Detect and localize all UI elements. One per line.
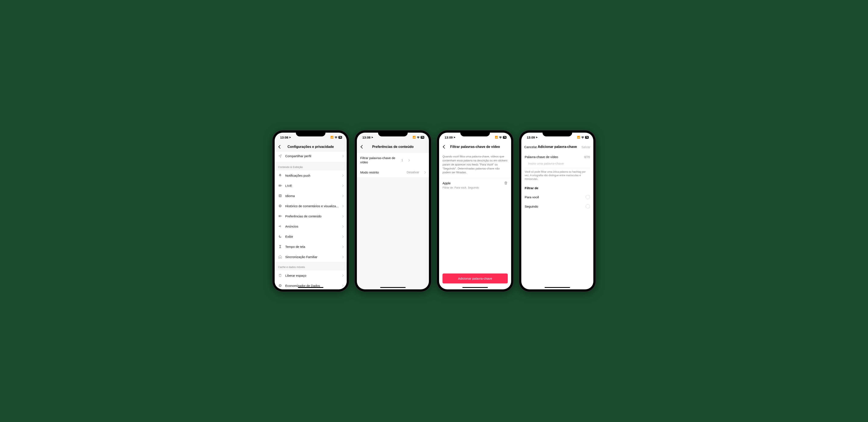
notch [378,130,408,136]
list-label: Preferências de conteúdo [285,215,339,218]
back-button[interactable] [442,144,447,150]
list-value: Desativar [407,170,419,174]
content[interactable]: Palavra-chave de vídeo 0/70 Insira uma p… [521,152,593,289]
keyword-input[interactable]: Insira uma palavra-chave [525,160,590,168]
filter-option-foryou[interactable]: Para você [521,192,593,202]
signal-icon: 📶 [495,136,498,139]
trash-icon [278,273,282,278]
phone-frame-1: 13:08 ➤ 📶 76 Configurações e privacidade [273,130,349,292]
chevron-right-icon [342,245,343,249]
chevron-right-icon [342,224,343,228]
save-button[interactable]: Salvar [581,145,590,149]
data-icon [278,284,282,288]
keyword-row[interactable]: Apple [439,178,511,186]
list-item-freespace[interactable]: Liberar espaço [275,270,347,281]
svg-rect-3 [279,215,281,217]
wifi-icon [334,136,338,138]
back-button[interactable] [277,144,283,150]
list-item-history[interactable]: Histórico de comentários e visualiza... [275,201,347,211]
moon-icon [278,234,282,238]
signal-icon: 📶 [330,136,334,139]
nav-header: Cancelar Adicionar palavra-chave Salvar [521,142,593,152]
svg-text:A: A [280,195,281,197]
page-title: Preferências de conteúdo [372,145,414,149]
status-time: 13:09 [444,136,453,139]
home-indicator[interactable] [462,287,488,288]
filter-section-title: Filtrar de [521,185,593,192]
clock-icon [278,204,282,208]
list-item-content-prefs[interactable]: Preferências de conteúdo [275,211,347,221]
notch [460,130,490,136]
hourglass-icon [278,245,282,249]
list-item-screentime[interactable]: Tempo de tela [275,241,347,252]
list-label: Idioma [285,194,339,198]
list-item-ads[interactable]: Anúncios [275,221,347,231]
content[interactable]: Quando você filtra uma palavra-chave, ví… [439,152,511,289]
content[interactable]: Compartilhar perfil Conteúdo & Exibição … [275,152,347,289]
content[interactable]: Filtrar palavras-chave de vídeo 1 Modo r… [357,152,429,289]
page-title: Filtrar palavras-chave de vídeo [450,145,500,149]
list-label: Histórico de comentários e visualiza... [285,204,339,208]
status-time: 13:08 [280,136,288,139]
chevron-right-icon [424,170,426,174]
wifi-icon [499,136,502,138]
signal-icon: 📶 [577,136,580,139]
list-item-notifications[interactable]: Notificações push [275,170,347,181]
home-indicator[interactable] [380,287,406,288]
battery-icon: 76 [421,136,424,139]
list-item-filter-keywords[interactable]: Filtrar palavras-chave de vídeo 1 [357,153,429,167]
chevron-right-icon [342,154,343,158]
delete-keyword-button[interactable] [504,181,508,185]
description-text: Quando você filtra uma palavra-chave, ví… [439,152,511,178]
filter-label: Seguindo [525,205,538,208]
wifi-icon [416,136,420,138]
list-label: Anúncios [285,225,339,228]
back-button[interactable] [360,144,365,150]
chevron-right-icon [342,204,343,208]
cancel-button[interactable]: Cancelar [524,145,537,149]
chevron-right-icon [342,234,343,238]
chevron-right-icon [342,173,343,177]
list-item-restricted-mode[interactable]: Modo restrito Desativar [357,167,429,177]
radio-icon[interactable] [586,195,590,199]
list-label: Notificações push [285,174,339,177]
battery-icon: 76 [503,136,506,139]
chevron-right-icon [408,158,409,162]
filter-option-following[interactable]: Seguindo [521,202,593,211]
list-item-datasaver[interactable]: Economizador de Dados [275,281,347,289]
wifi-icon [581,136,584,138]
list-item-display[interactable]: Exibir [275,231,347,241]
chevron-right-icon [342,284,343,288]
bell-icon [278,173,282,177]
home-indicator[interactable] [298,287,323,288]
screen-4: 13:09 ➤ 📶 76 Cancelar Adicionar palavra-… [521,133,593,289]
home-icon [278,255,282,259]
list-item-live[interactable]: LIVE [275,181,347,191]
field-hint: Você só pode filtrar uma única palavra o… [521,168,593,185]
list-label: Sincronização Familiar [285,255,339,259]
list-label: Tempo de tela [285,245,339,249]
keyword-subtitle: Filtrar de: Para você, Seguindo [439,186,511,192]
notch [542,130,572,136]
phone-frame-2: 13:08 ➤ 📶 76 Preferências de conteúdo Fi… [355,130,431,292]
home-indicator[interactable] [545,287,570,288]
field-label: Palavra-chave de vídeo [525,155,558,159]
list-label: Compartilhar perfil [285,154,339,158]
list-value: 1 [401,159,403,162]
keyword-name: Apple [442,181,451,185]
live-icon [278,184,282,188]
add-keyword-button[interactable]: Adicionar palavra-chave [442,273,508,284]
screen-3: 13:09 ➤ 📶 76 Filtrar palavras-chave de v… [439,133,511,289]
radio-icon[interactable] [586,204,590,208]
location-icon: ➤ [454,136,456,139]
list-item-share-profile[interactable]: Compartilhar perfil [275,152,347,162]
video-icon [278,214,282,218]
phone-frame-4: 13:09 ➤ 📶 76 Cancelar Adicionar palavra-… [519,130,595,292]
list-item-language[interactable]: A Idioma [275,191,347,201]
chevron-right-icon [342,214,343,218]
language-icon: A [278,194,282,198]
status-time: 13:08 [362,136,370,139]
list-item-family[interactable]: Sincronização Familiar [275,252,347,262]
share-icon [278,154,282,158]
page-title: Configurações e privacidade [287,145,334,149]
